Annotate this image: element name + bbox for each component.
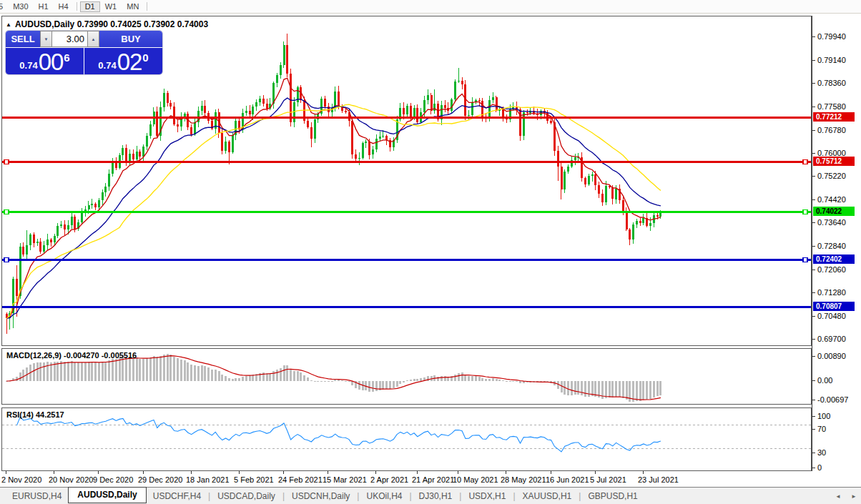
axis-tick (812, 107, 815, 107)
rsi-indicator-pane[interactable]: RSI(14) 44.2517 (1, 407, 812, 471)
tab-separator: | (579, 491, 581, 501)
macd-histogram-bar (396, 381, 398, 387)
date-label: 24 Feb 2021 (278, 475, 323, 484)
timeframe-button-5[interactable]: 5 (0, 1, 8, 12)
axis-tick (812, 270, 815, 270)
volume-increase-button[interactable]: ▲ (87, 31, 99, 47)
chart-tab-gbpusd-h1[interactable]: GBPUSD,H1 (581, 489, 644, 503)
timeframe-button-w1[interactable]: W1 (100, 1, 122, 12)
candle (461, 77, 463, 89)
volume-decrease-button[interactable]: ▼ (40, 31, 52, 47)
candle (102, 189, 104, 206)
line-anchor-marker[interactable] (4, 258, 9, 262)
chevron-down-icon: ▼ (44, 37, 49, 41)
candle (249, 105, 251, 117)
chart-tab-audusd-daily[interactable]: AUDUSD,Daily (68, 487, 146, 503)
date-axis[interactable]: 2 Nov 202020 Nov 20209 Dec 202029 Dec 20… (1, 471, 812, 487)
buy-price-prefix: 0.74 (98, 60, 116, 71)
tab-scroll-left-icon[interactable]: ◄ (835, 493, 841, 500)
candle (564, 169, 566, 192)
timeframe-button-h1[interactable]: H1 (34, 1, 54, 12)
line-anchor-marker[interactable] (803, 210, 807, 214)
candle (619, 184, 621, 204)
date-label: 2 Nov 2020 (1, 475, 41, 484)
candle (16, 265, 18, 317)
rsi-chart[interactable] (2, 408, 811, 470)
candle (50, 238, 52, 247)
candle (163, 89, 165, 112)
buy-button[interactable]: BUY (99, 31, 162, 47)
macd-histogram-bar (235, 378, 237, 381)
toolbar-separator (147, 2, 147, 11)
timeframe-button-mn[interactable]: MN (122, 1, 144, 12)
line-anchor-marker[interactable] (803, 258, 807, 262)
candle (601, 189, 604, 206)
macd-histogram-bar (19, 372, 21, 381)
tab-separator: | (282, 491, 285, 501)
price-axis-label: 0.72060 (817, 265, 846, 274)
candle (365, 139, 367, 148)
candle (379, 132, 381, 141)
macd-histogram-bar (516, 381, 518, 382)
axis-tick (812, 356, 815, 357)
date-tick (143, 471, 144, 474)
chart-tab-usdx-h1[interactable]: USDX,H1 (462, 489, 512, 503)
chart-tab-dj30-h1[interactable]: DJ30,H1 (413, 489, 459, 503)
candle (225, 137, 227, 154)
macd-histogram-bar (211, 370, 213, 382)
line-anchor-marker[interactable] (803, 160, 807, 164)
date-tick (375, 471, 376, 474)
timeframe-button-m30[interactable]: M30 (8, 1, 33, 12)
candle (6, 312, 8, 334)
candle (169, 100, 172, 109)
macd-histogram-bar (67, 362, 69, 381)
line-anchor-marker[interactable] (4, 210, 9, 214)
chart-tab-eurusd-h4[interactable]: EURUSD,H4 (6, 489, 68, 503)
macd-histogram-bar (71, 361, 73, 381)
candle (355, 149, 357, 162)
timeframe-button-h4[interactable]: H4 (54, 1, 74, 12)
macd-histogram-bar (119, 357, 121, 381)
candle (201, 101, 203, 115)
candle (372, 146, 374, 159)
macd-histogram-bar (410, 380, 412, 381)
tab-scroll-right-icon[interactable]: ► (851, 493, 857, 500)
volume-input[interactable] (52, 31, 87, 47)
candle (375, 134, 378, 152)
collapse-panel-icon[interactable]: ▲ (6, 21, 11, 28)
buy-price-button[interactable]: 0.74 02 0 (84, 48, 162, 74)
date-label: 5 Jul 2021 (590, 475, 626, 484)
macd-indicator-pane[interactable]: MACD(12,26,9) -0.004270 -0.005516 (1, 348, 812, 405)
timeframe-button-d1[interactable]: D1 (80, 1, 100, 12)
price-axis[interactable]: 0.772120.757120.740220.724020.708070.799… (812, 16, 861, 471)
macd-histogram-bar (280, 368, 282, 382)
price-line-flag-0.72402: 0.72402 (813, 255, 855, 264)
line-anchor-marker[interactable] (4, 160, 9, 164)
sell-price-button[interactable]: 0.74 00 6 (6, 48, 84, 74)
chart-symbol-label: AUDUSD,Daily (15, 19, 74, 29)
sell-button[interactable]: SELL (6, 31, 40, 47)
axis-tick (812, 153, 815, 154)
macd-histogram-bar (187, 362, 189, 381)
date-tick (98, 471, 99, 474)
macd-histogram-bar (102, 362, 104, 382)
macd-histogram-bar (636, 381, 638, 401)
macd-histogram-bar (194, 365, 196, 381)
chart-tab-usdcnh-daily[interactable]: USDCNH,Daily (285, 489, 356, 503)
candle (22, 242, 24, 257)
macd-histogram-bar (567, 381, 569, 395)
chart-tab-usdcad-daily[interactable]: USDCAD,Daily (211, 489, 282, 503)
chart-tab-usdchf-h4[interactable]: USDCHF,H4 (147, 489, 207, 503)
candle (574, 154, 576, 165)
axis-tick (812, 246, 815, 247)
macd-histogram-bar (485, 379, 487, 381)
date-tick (54, 471, 54, 474)
date-label: 29 Dec 2020 (138, 475, 182, 484)
candle (211, 119, 213, 130)
macd-histogram-bar (642, 381, 644, 400)
macd-histogram-bar (293, 371, 295, 382)
candle (431, 93, 433, 114)
candle (122, 145, 124, 160)
chart-tab-xauusd-h1[interactable]: XAUUSD,H1 (516, 489, 579, 503)
chart-tab-ukoil-h4[interactable]: UKOil,H4 (360, 489, 408, 503)
